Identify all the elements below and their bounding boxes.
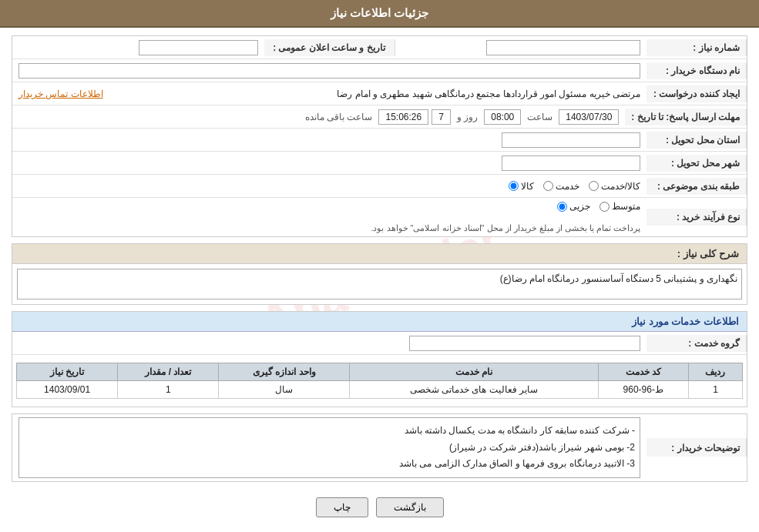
- remaining-label: ساعت باقی مانده: [302, 112, 376, 122]
- table-cell: سال: [219, 381, 350, 399]
- province-value: فارس: [12, 129, 646, 151]
- category-kala-label: کالا: [521, 181, 534, 192]
- city-value: شیراز: [12, 152, 646, 174]
- table-cell: 1403/09/01: [17, 381, 118, 399]
- city-row: شهر محل تحویل : شیراز: [12, 152, 747, 175]
- days-label: روز و: [454, 112, 481, 122]
- category-label: طبقه بندی موضوعی :: [646, 178, 747, 195]
- table-header-row: ردیف کد خدمت نام خدمت واحد اندازه گیری ت…: [17, 363, 743, 381]
- buyer-org-label: نام دستگاه خریدار :: [646, 62, 747, 79]
- service-group-value: سایر فعالیتهای خدماتی: [12, 333, 646, 354]
- purchase-jozii-option: جزیی: [557, 201, 590, 212]
- table-cell: 1: [688, 381, 742, 399]
- footer-buttons: بازگشت چاپ: [12, 488, 747, 527]
- announce-date-input[interactable]: 1403/07/22 - 16:22: [139, 40, 258, 55]
- purchase-type-options: متوسط جزیی پرداخت تمام یا بخشی از مبلغ خ…: [12, 198, 646, 236]
- category-kala-option: کالا: [509, 181, 534, 192]
- category-kala-radio[interactable]: [509, 181, 519, 191]
- need-number-label: شماره نیاز :: [646, 39, 747, 56]
- purchase-jozii-label: جزیی: [569, 201, 590, 212]
- buyer-org-value: مجتمع درمانگاهی شهید مطهری و امام رضا ع: [12, 60, 646, 82]
- buyer-notes-row: توضیحات خریدار : - شرکت کننده سابقه کار …: [12, 414, 747, 481]
- category-row: طبقه بندی موضوعی : کالا/خدمت خدمت: [12, 175, 747, 198]
- need-desc-section: شرح کلی نیاز : نگهداری و پشتیبانی 5 دستگ…: [12, 243, 747, 305]
- note-line: - شرکت کننده سابقه کار دانشگاه به مدت یک…: [24, 423, 635, 440]
- deadline-date: 1403/07/30: [559, 109, 619, 125]
- page-title: جزئیات اطلاعات نیاز: [331, 6, 428, 19]
- services-section-title: اطلاعات خدمات مورد نیاز: [12, 312, 747, 332]
- city-input[interactable]: شیراز: [502, 156, 640, 171]
- category-khadamat-radio[interactable]: [543, 181, 553, 191]
- service-group-input[interactable]: سایر فعالیتهای خدماتی: [409, 336, 640, 351]
- col-row-num: ردیف: [688, 363, 742, 381]
- creator-label: ایجاد کننده درخواست :: [646, 85, 747, 102]
- purchase-type-label: نوع فرآیند خرید :: [646, 209, 747, 226]
- need-desc-box: نگهداری و پشتیبانی 5 دستگاه آساسنسور درم…: [17, 269, 742, 299]
- contact-link[interactable]: اطلاعات تماس خریدار: [18, 89, 103, 99]
- announce-date-label: تاریخ و ساعت اعلان عمومی :: [264, 39, 395, 56]
- province-label: استان محل تحویل :: [646, 132, 747, 149]
- buyer-notes-content: - شرکت کننده سابقه کار دانشگاه به مدت یک…: [12, 414, 646, 481]
- province-row: استان محل تحویل : فارس: [12, 129, 747, 152]
- col-name: نام خدمت: [350, 363, 598, 381]
- col-unit: واحد اندازه گیری: [219, 363, 350, 381]
- table-cell: سایر فعالیت های خدماتی شخصی: [350, 381, 598, 399]
- city-label: شهر محل تحویل :: [646, 155, 747, 172]
- buyer-org-input[interactable]: مجتمع درمانگاهی شهید مطهری و امام رضا ع: [18, 63, 640, 79]
- note-line: 2- بومی شهر شیراز باشد(دفتر شرکت در شیرا…: [24, 440, 635, 457]
- category-khadamat-option: خدمت: [543, 181, 579, 192]
- buyer-notes-section: توضیحات خریدار : - شرکت کننده سابقه کار …: [12, 413, 747, 482]
- page-header: جزئیات اطلاعات نیاز: [0, 0, 759, 28]
- purchase-motavaset-label: متوسط: [612, 201, 640, 212]
- creator-text: مرتضی خیریه مسئول امور قراردادها مجتمع د…: [108, 89, 640, 99]
- purchase-motavaset-option: متوسط: [599, 201, 640, 212]
- services-table: ردیف کد خدمت نام خدمت واحد اندازه گیری ت…: [16, 363, 743, 399]
- table-row: 1ط-96-960سایر فعالیت های خدماتی شخصیسال1…: [17, 381, 743, 399]
- category-khadamat-label: خدمت: [556, 181, 579, 192]
- category-kala-khadamat-label: کالا/خدمت: [601, 181, 640, 192]
- need-number-row: شماره نیاز : 1103030646000045 تاریخ و سا…: [12, 36, 747, 59]
- buyer-notes-box: - شرکت کننده سابقه کار دانشگاه به مدت یک…: [18, 417, 640, 478]
- print-button[interactable]: چاپ: [316, 497, 368, 517]
- services-table-container: ردیف کد خدمت نام خدمت واحد اندازه گیری ت…: [12, 359, 747, 403]
- need-desc-section-title: شرح کلی نیاز :: [12, 244, 747, 264]
- category-kala-khadamat-radio[interactable]: [589, 181, 599, 191]
- buyer-org-row: نام دستگاه خریدار : مجتمع درمانگاهی شهید…: [12, 59, 747, 82]
- service-group-row: گروه خدمت : سایر فعالیتهای خدماتی: [12, 332, 747, 355]
- creator-row: ایجاد کننده درخواست : مرتضی خیریه مسئول …: [12, 82, 747, 105]
- back-button[interactable]: بازگشت: [376, 497, 444, 517]
- need-number-value: 1103030646000045: [395, 37, 647, 59]
- need-number-input[interactable]: 1103030646000045: [486, 40, 640, 55]
- note-line: 3- الاتبید درمانگاه بروی فرمها و الصاق م…: [24, 456, 635, 473]
- category-options: کالا/خدمت خدمت کالا: [12, 178, 646, 195]
- col-quantity: تعداد / مقدار: [118, 363, 219, 381]
- time-label: ساعت: [524, 112, 556, 122]
- need-desc-content: نگهداری و پشتیبانی 5 دستگاه آساسنسور درم…: [12, 264, 747, 304]
- purchase-type-row: نوع فرآیند خرید : متوسط جزیی پرداخت: [12, 198, 747, 236]
- announce-date-value: 1403/07/22 - 16:22: [12, 37, 264, 59]
- creator-value: مرتضی خیریه مسئول امور قراردادها مجتمع د…: [12, 85, 646, 102]
- category-kala-khadamat-option: کالا/خدمت: [589, 181, 640, 192]
- purchase-description: پرداخت تمام یا بخشی از مبلغ خریدار از مح…: [18, 223, 640, 233]
- reply-deadline-label: مهلت ارسال پاسخ: تا تاریخ :: [625, 109, 747, 125]
- buyer-notes-label: توضیحات خریدار :: [646, 438, 747, 457]
- col-code: کد خدمت: [598, 363, 688, 381]
- col-date: تاریخ نیاز: [17, 363, 118, 381]
- table-cell: 1: [118, 381, 219, 399]
- purchase-jozii-radio[interactable]: [557, 202, 567, 212]
- services-section: اطلاعات خدمات مورد نیاز گروه خدمت : سایر…: [12, 311, 747, 407]
- deadline-remaining: 15:06:26: [378, 109, 428, 125]
- deadline-values: 1403/07/30 ساعت 08:00 روز و 7 15:06:26 س…: [12, 106, 625, 128]
- deadline-row: مهلت ارسال پاسخ: تا تاریخ : 1403/07/30 س…: [12, 105, 747, 129]
- purchase-motavaset-radio[interactable]: [599, 202, 610, 212]
- table-cell: ط-96-960: [598, 381, 688, 399]
- main-info-section: شماره نیاز : 1103030646000045 تاریخ و سا…: [12, 35, 747, 237]
- service-group-label: گروه خدمت :: [646, 335, 747, 352]
- province-input[interactable]: فارس: [502, 132, 640, 148]
- deadline-days: 7: [432, 109, 451, 125]
- deadline-time: 08:00: [484, 109, 521, 125]
